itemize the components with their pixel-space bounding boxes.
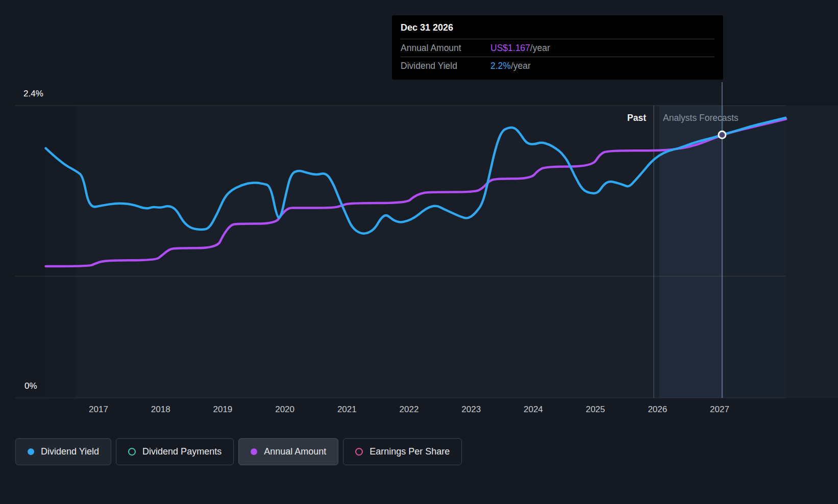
dividend-chart-page: 2.4% 0% 20172018201920202021202220232024… bbox=[0, 0, 838, 504]
tooltip-row-label: Dividend Yield bbox=[401, 61, 490, 71]
x-tick-2027: 2027 bbox=[699, 405, 740, 415]
legend-label: Dividend Payments bbox=[142, 446, 221, 457]
tooltip-row-dividend-yield: Dividend Yield2.2%/year bbox=[401, 57, 714, 74]
outline-circle-icon bbox=[355, 448, 363, 456]
y-axis-top-label: 2.4% bbox=[23, 89, 43, 99]
legend-button-annual-amount[interactable]: Annual Amount bbox=[238, 438, 338, 465]
outline-circle-icon bbox=[128, 448, 136, 456]
y-axis-bottom-label: 0% bbox=[24, 381, 37, 391]
tooltip-row-suffix: /year bbox=[511, 61, 531, 71]
tooltip-date: Dec 31 2026 bbox=[401, 22, 714, 39]
chart-legend: Dividend YieldDividend PaymentsAnnual Am… bbox=[15, 438, 462, 465]
chart-tooltip: Dec 31 2026 Annual AmountUS$1.167/yearDi… bbox=[392, 15, 723, 80]
x-tick-2021: 2021 bbox=[327, 405, 367, 415]
hover-marker[interactable] bbox=[719, 131, 726, 138]
legend-button-dividend-yield[interactable]: Dividend Yield bbox=[15, 438, 111, 465]
x-tick-2026: 2026 bbox=[637, 405, 678, 415]
forecast-region-label: Analysts Forecasts bbox=[663, 113, 738, 123]
x-axis: 2017201820192020202120222023202420252026… bbox=[0, 405, 838, 417]
filled-dot-icon bbox=[28, 448, 34, 455]
tooltip-row-value: 2.2% bbox=[490, 61, 511, 71]
x-tick-2019: 2019 bbox=[202, 405, 243, 415]
legend-label: Dividend Yield bbox=[41, 446, 99, 457]
x-tick-2022: 2022 bbox=[389, 405, 430, 415]
tooltip-row-annual-amount: Annual AmountUS$1.167/year bbox=[401, 39, 714, 57]
legend-label: Annual Amount bbox=[264, 446, 326, 457]
x-tick-2023: 2023 bbox=[451, 405, 491, 415]
x-tick-2025: 2025 bbox=[575, 405, 616, 415]
tooltip-row-suffix: /year bbox=[530, 43, 550, 54]
x-tick-2018: 2018 bbox=[140, 405, 181, 415]
filled-dot-icon bbox=[251, 448, 257, 455]
x-tick-2020: 2020 bbox=[264, 405, 305, 415]
tooltip-row-value: US$1.167 bbox=[490, 43, 530, 54]
past-region-label: Past bbox=[572, 113, 646, 123]
x-tick-2024: 2024 bbox=[513, 405, 554, 415]
legend-label: Earnings Per Share bbox=[369, 446, 450, 457]
x-tick-2017: 2017 bbox=[78, 405, 119, 415]
legend-button-dividend-payments[interactable]: Dividend Payments bbox=[116, 438, 234, 465]
tooltip-row-label: Annual Amount bbox=[401, 43, 490, 54]
legend-button-earnings-per-share[interactable]: Earnings Per Share bbox=[343, 438, 462, 465]
